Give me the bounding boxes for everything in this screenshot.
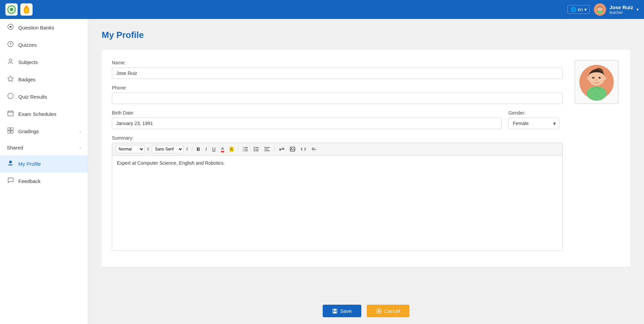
sidebar-label-feedback: Feedback [18, 178, 41, 184]
birthdate-gender-row: Birth Date: Gender: Female Male [112, 110, 563, 135]
quiz-results-icon [7, 93, 14, 101]
sidebar-label-question-banks: Question Banks [18, 25, 54, 31]
bold-button[interactable]: B [195, 145, 202, 153]
svg-point-13 [9, 59, 12, 62]
sidebar-label-my-profile: My Profile [18, 161, 41, 167]
question-banks-icon [7, 24, 14, 32]
align-button[interactable] [262, 146, 272, 153]
gradings-chevron-icon: ‹ [80, 129, 81, 134]
sidebar-label-quizzes: Quizzes [18, 42, 37, 48]
language-selector[interactable]: 🌐 en ▾ [567, 5, 590, 14]
subjects-icon [7, 58, 14, 66]
sidebar-item-quiz-results[interactable]: Quiz Results [0, 88, 88, 105]
phone-input[interactable] [112, 93, 563, 104]
editor-wrapper: Normal Heading 1 Heading 2 ⇕ Sans Serif … [112, 143, 563, 251]
svg-point-34 [254, 147, 255, 148]
toolbar-sep-1 [192, 146, 192, 152]
profile-form: Name: Phone: Birth Date: [112, 60, 563, 257]
save-button[interactable]: Save [323, 305, 361, 317]
birthdate-group: Birth Date: [112, 110, 502, 129]
gender-label: Gender: [508, 110, 563, 116]
svg-point-52 [596, 79, 597, 80]
gender-group: Gender: Female Male Other ▾ [508, 110, 563, 129]
svg-point-51 [600, 77, 601, 78]
cancel-label: Cancel [384, 308, 400, 314]
code-button[interactable] [299, 146, 308, 153]
toolbar-sep-3 [274, 146, 275, 152]
sidebar-label-exam-schedules: Exam Schedules [18, 111, 57, 117]
svg-rect-23 [11, 131, 13, 133]
svg-point-10 [9, 26, 12, 28]
svg-point-41 [291, 148, 292, 149]
content-area: My Profile Name: Phone: [88, 19, 644, 324]
clear-format-button[interactable]: Tx [309, 146, 318, 153]
cancel-icon [376, 308, 382, 314]
sidebar-item-subjects[interactable]: Subjects [0, 54, 88, 71]
svg-point-47 [603, 77, 606, 80]
svg-point-48 [592, 77, 595, 79]
text-color-button[interactable]: A [219, 145, 226, 153]
svg-rect-55 [334, 311, 336, 313]
svg-rect-40 [290, 147, 295, 151]
sidebar-item-exam-schedules[interactable]: Exam Schedules [0, 105, 88, 123]
quizzes-icon: ? [7, 41, 14, 49]
birthdate-label: Birth Date: [112, 110, 502, 116]
feedback-icon [7, 177, 14, 185]
svg-marker-14 [8, 76, 14, 81]
svg-point-49 [599, 77, 601, 79]
sidebar-item-shared[interactable]: Shared ‹ [0, 140, 88, 155]
font-select[interactable]: Sans Serif Serif Monospace [152, 145, 183, 153]
italic-button[interactable]: I [203, 145, 209, 153]
avatar-frame [575, 60, 619, 104]
chevron-down-icon: ▾ [584, 7, 587, 12]
underline-button[interactable]: U [210, 145, 218, 153]
link-button[interactable] [277, 146, 286, 153]
header: 🌐 en ▾ Jose Ruiz teache [0, 0, 644, 19]
cancel-button[interactable]: Cancel [367, 305, 410, 317]
svg-rect-22 [8, 131, 10, 133]
user-text: Jose Ruiz teacher [609, 4, 633, 15]
svg-point-36 [254, 150, 255, 151]
sidebar-item-question-banks[interactable]: Question Banks [0, 19, 88, 36]
sidebar-item-quizzes[interactable]: ? Quizzes [0, 36, 88, 54]
user-chevron-icon: ▾ [637, 7, 639, 12]
summary-editor[interactable]: Expert at Computer Science, English and … [112, 156, 562, 250]
sidebar-item-my-profile[interactable]: My Profile [0, 155, 88, 173]
sidebar-item-gradings[interactable]: Gradings ‹ [0, 123, 88, 140]
svg-rect-8 [601, 8, 602, 8]
logo-green [5, 3, 18, 16]
layout: Question Banks ? Quizzes Subjects Badges… [0, 19, 644, 324]
sidebar-label-quiz-results: Quiz Results [18, 94, 47, 100]
sidebar-item-feedback[interactable]: Feedback [0, 173, 88, 190]
save-icon [332, 308, 338, 314]
birthdate-input[interactable] [112, 118, 502, 129]
toolbar-sep-2 [238, 146, 238, 152]
ordered-list-button[interactable]: 1.2.3. [241, 146, 250, 153]
format-select[interactable]: Normal Heading 1 Heading 2 [116, 145, 144, 153]
svg-point-44 [586, 86, 606, 101]
my-profile-icon [7, 160, 14, 168]
sidebar: Question Banks ? Quizzes Subjects Badges… [0, 19, 88, 324]
name-group: Name: [112, 60, 563, 79]
exam-schedules-icon [7, 110, 14, 118]
svg-rect-20 [8, 128, 10, 130]
name-input[interactable] [112, 67, 563, 79]
svg-point-50 [593, 77, 594, 78]
profile-avatar-image [578, 63, 615, 101]
image-button[interactable] [288, 146, 297, 153]
profile-container: Name: Phone: Birth Date: [102, 50, 630, 267]
lang-label: en [578, 7, 583, 12]
gender-select[interactable]: Female Male Other [508, 118, 559, 129]
svg-rect-16 [8, 111, 13, 116]
highlight-button[interactable]: A [227, 146, 236, 153]
shared-chevron-icon: ‹ [80, 145, 81, 150]
gradings-icon [7, 127, 14, 135]
font-chevron-icon: ⇕ [185, 147, 189, 151]
svg-point-35 [254, 149, 255, 150]
sidebar-item-badges[interactable]: Badges [0, 71, 88, 88]
unordered-list-button[interactable] [251, 146, 261, 153]
logo-orange [20, 3, 33, 16]
user-menu[interactable]: Jose Ruiz teacher ▾ [594, 3, 639, 16]
main-content: My Profile Name: Phone: [88, 19, 644, 298]
sidebar-label-gradings: Gradings [18, 128, 39, 134]
